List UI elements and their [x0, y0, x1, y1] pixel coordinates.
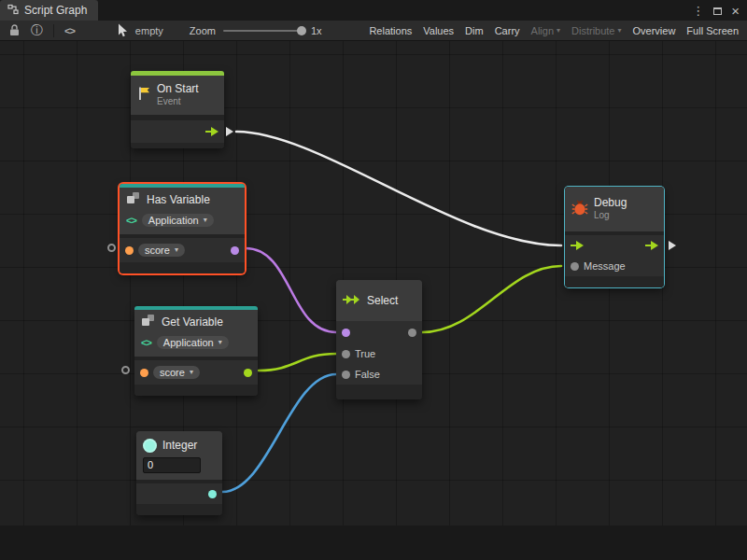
- menu-icon[interactable]: ⋮: [692, 5, 704, 17]
- message-input-port[interactable]: [571, 262, 579, 271]
- wire-on-start-to-debug-log: [236, 132, 561, 245]
- node-select[interactable]: Select True False: [336, 280, 422, 399]
- script-graph-window: Script Graph ⋮ × ⓘ <> empty Zoom 1x Rela…: [0, 0, 747, 560]
- lock-icon[interactable]: [4, 21, 25, 40]
- distribute-label: Distribute: [571, 25, 614, 36]
- chevron-down-icon: ▾: [204, 217, 207, 224]
- node-debug-log[interactable]: Debug Log Message: [565, 187, 664, 287]
- unconnected-input-port[interactable]: [107, 244, 116, 252]
- variable-name-value: score: [160, 367, 185, 378]
- variable-name-input-port[interactable]: [140, 369, 148, 377]
- code-brackets-icon[interactable]: <>: [59, 21, 80, 40]
- toolbar-divider: [53, 24, 54, 37]
- chevron-down-icon: ▾: [218, 339, 222, 346]
- full-screen-button[interactable]: Full Screen: [682, 23, 743, 38]
- node-title: On Start: [157, 82, 199, 96]
- value-output-port[interactable]: [244, 369, 252, 377]
- maximize-icon[interactable]: [713, 5, 722, 17]
- zoom-value: 1x: [311, 25, 322, 36]
- values-button[interactable]: Values: [418, 23, 458, 38]
- zoom-slider-knob[interactable]: [297, 26, 306, 35]
- variable-name-value: score: [145, 245, 170, 256]
- variable-name-dropdown[interactable]: score ▾: [153, 366, 200, 379]
- dim-button[interactable]: Dim: [460, 23, 488, 38]
- graph-canvas[interactable]: On Start Event: [0, 41, 747, 560]
- node-title: Select: [367, 294, 398, 307]
- node-has-variable[interactable]: Has Variable <> Application ▾ score ▾: [120, 184, 245, 273]
- false-input-port[interactable]: [342, 371, 350, 379]
- integer-output-port[interactable]: [208, 490, 217, 498]
- select-arrows-icon: [343, 292, 361, 309]
- graph-toolbar: ⓘ <> empty Zoom 1x Relations Values Dim …: [0, 21, 747, 41]
- zoom-slider[interactable]: [223, 30, 303, 32]
- chevron-down-icon: ▾: [618, 27, 622, 35]
- node-subtitle: Log: [594, 210, 627, 222]
- message-port-label: Message: [584, 260, 626, 272]
- node-title: Has Variable: [147, 193, 210, 206]
- node-subtitle: Event: [157, 96, 199, 108]
- node-integer[interactable]: Integer: [136, 431, 222, 515]
- node-get-variable[interactable]: Get Variable <> Application ▾ score ▾: [134, 306, 258, 396]
- selection-status: empty: [135, 25, 163, 36]
- carry-button[interactable]: Carry: [490, 23, 525, 38]
- tab-script-graph[interactable]: Script Graph: [0, 0, 98, 21]
- wire-has-variable-to-select: [246, 248, 336, 332]
- integer-icon: [143, 439, 157, 453]
- true-input-port[interactable]: [342, 350, 350, 358]
- scope-value: Application: [163, 337, 214, 348]
- close-icon[interactable]: ×: [731, 4, 740, 18]
- chevron-down-icon: ▾: [175, 246, 178, 254]
- wire-select-to-debug-log-message: [422, 266, 561, 332]
- variable-name-dropdown[interactable]: score ▾: [138, 244, 185, 257]
- integer-value-input[interactable]: [143, 457, 201, 473]
- node-title: Get Variable: [162, 315, 223, 329]
- flow-output-port[interactable]: [205, 127, 218, 136]
- relations-button[interactable]: Relations: [364, 23, 416, 38]
- graph-icon: [7, 4, 19, 18]
- chevron-down-icon: ▾: [557, 27, 560, 35]
- tab-title: Script Graph: [24, 4, 87, 17]
- align-button[interactable]: Align ▾: [527, 23, 565, 38]
- scope-icon: <>: [126, 215, 136, 226]
- node-title: Integer: [162, 439, 197, 452]
- variable-name-input-port[interactable]: [125, 246, 134, 255]
- scope-dropdown[interactable]: Application ▾: [157, 336, 229, 349]
- false-port-label: False: [355, 369, 380, 380]
- node-on-start[interactable]: On Start Event: [131, 71, 224, 148]
- align-label: Align: [531, 25, 554, 36]
- true-port-label: True: [355, 348, 375, 359]
- scope-value: Application: [148, 215, 199, 226]
- scope-icon: <>: [141, 337, 151, 348]
- overview-button[interactable]: Overview: [628, 23, 681, 38]
- node-title: Debug: [594, 196, 627, 210]
- zoom-label: Zoom: [190, 25, 216, 36]
- cursor-icon: [112, 21, 134, 40]
- window-controls: ⋮ ×: [692, 0, 747, 21]
- flow-output-port[interactable]: [645, 241, 658, 250]
- flag-icon: [137, 86, 151, 105]
- variable-boxes-icon: [126, 191, 141, 208]
- variable-boxes-icon: [141, 314, 156, 330]
- zoom-control: Zoom 1x: [190, 25, 322, 36]
- flow-carry-arrow: [669, 241, 676, 250]
- flow-input-port[interactable]: [571, 241, 584, 250]
- bool-output-port[interactable]: [231, 246, 239, 255]
- info-icon[interactable]: ⓘ: [25, 21, 49, 40]
- canvas-edge: [0, 525, 747, 560]
- condition-input-port[interactable]: [342, 329, 350, 337]
- titlebar: Script Graph ⋮ ×: [0, 0, 747, 21]
- bug-icon: [571, 200, 588, 219]
- toolbar-buttons: Relations Values Dim Carry Align ▾ Distr…: [364, 23, 743, 38]
- unconnected-input-port[interactable]: [121, 366, 130, 374]
- chevron-down-icon: ▾: [190, 369, 193, 376]
- scope-dropdown[interactable]: Application ▾: [142, 214, 214, 227]
- flow-carry-arrow: [226, 127, 233, 136]
- distribute-button[interactable]: Distribute ▾: [567, 23, 626, 38]
- selection-output-port[interactable]: [408, 329, 416, 337]
- wire-get-variable-to-select-true: [259, 354, 336, 371]
